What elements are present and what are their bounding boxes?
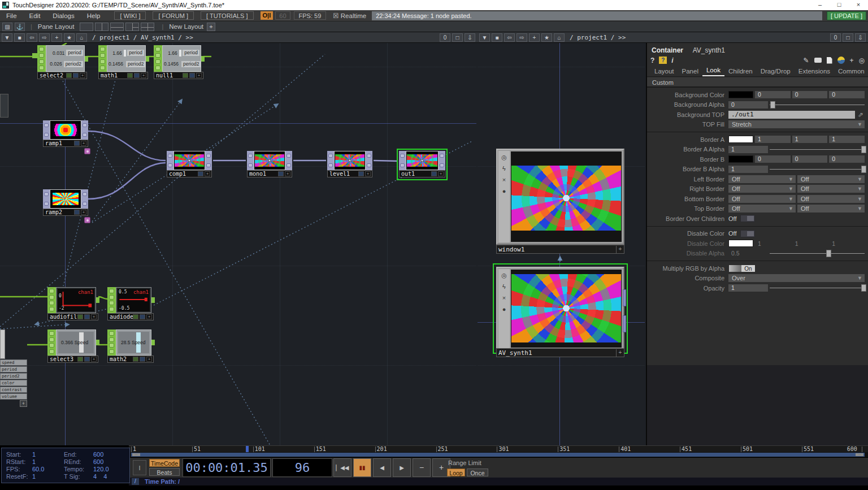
layout-preset-threeway[interactable] <box>125 23 139 31</box>
node-window1[interactable]: ◎ϟ×● <box>496 149 624 245</box>
toggle-switch[interactable] <box>740 230 755 237</box>
top-output-connectors[interactable] <box>81 189 88 209</box>
plus-icon[interactable]: + <box>20 400 27 407</box>
tab-children[interactable]: Children <box>724 68 757 76</box>
edit-icon[interactable]: ✎ <box>803 57 809 64</box>
chop-input-connectors[interactable] <box>107 287 116 313</box>
step-back-button[interactable]: ◀ <box>373 458 391 477</box>
param-dropdown[interactable]: Off▼ <box>797 205 865 213</box>
timeline-ruler[interactable]: 151101151201251301351401451501551600 <box>129 445 868 452</box>
node-flag-dot[interactable] <box>133 314 138 319</box>
color-swatch[interactable] <box>728 240 753 247</box>
tab-look[interactable]: Look <box>702 67 724 76</box>
snapshot-icon[interactable]: ▨ <box>2 23 12 31</box>
node-name-label[interactable]: audiofilter1+ <box>47 313 98 320</box>
node-flag-dot[interactable] <box>77 357 83 362</box>
color-swatch[interactable] <box>728 91 753 98</box>
node-name-label[interactable]: select2+ <box>37 72 87 79</box>
slider-handle[interactable] <box>770 101 775 109</box>
tab-panel[interactable]: Panel <box>678 68 702 76</box>
param-dropdown[interactable]: Off▼ <box>797 195 865 203</box>
param-value-field[interactable]: 1 <box>728 284 768 292</box>
network-editor-pane1[interactable]: 0.031period0.026period2select2+1.66perio… <box>0 43 476 446</box>
top-output-connectors[interactable] <box>81 120 88 140</box>
chop-input-connectors[interactable] <box>47 287 56 313</box>
pane2-nav-icon-2[interactable]: ⇦ <box>504 33 515 42</box>
chop-output-connector[interactable] <box>96 340 99 345</box>
pane2-nav-icon-4[interactable]: + <box>529 33 540 42</box>
node-level1[interactable]: level1+ <box>327 151 372 178</box>
param-value-field[interactable]: 0 <box>728 101 768 109</box>
chop-output-connector[interactable] <box>201 56 205 62</box>
node-add-icon[interactable]: + <box>438 171 444 176</box>
flash-icon[interactable]: ϟ <box>500 164 509 173</box>
node-ramp1[interactable]: ramp1+ <box>43 120 88 148</box>
node-name-label[interactable]: audiodevout1+ <box>107 313 154 320</box>
param-slider[interactable] <box>770 284 865 292</box>
param-slider[interactable] <box>770 101 865 109</box>
node-name-label[interactable]: mono1+ <box>247 170 292 177</box>
menu-dialogs[interactable]: Dialogs <box>46 12 80 19</box>
node-add-icon[interactable]: + <box>205 171 210 176</box>
param-value-field[interactable]: 0 <box>792 155 828 163</box>
node-add-icon[interactable]: + <box>91 357 97 362</box>
pane1-nav-icon-2[interactable]: ⇦ <box>27 33 37 42</box>
top-output-connectors[interactable] <box>205 151 212 170</box>
menu-help[interactable]: Help <box>81 12 107 19</box>
param-dropdown[interactable]: Off▼ <box>797 185 865 193</box>
node-AV_synth1-label[interactable]: AV_synth1 + <box>496 348 624 357</box>
node-audiodevout1[interactable]: 0.5chan1-0.5 audiodevout1+ <box>107 287 154 321</box>
pane1-nav-icon-5[interactable]: ★ <box>64 33 75 42</box>
link-button-0[interactable]: [ WIKI ] <box>114 11 146 20</box>
node-name-label[interactable]: ramp1+ <box>43 140 88 147</box>
flag-badge[interactable] <box>84 217 90 223</box>
node-select2[interactable]: 0.031period0.026period2select2+ <box>37 45 87 80</box>
tab-dragdrop[interactable]: Drag/Drop <box>757 68 795 76</box>
tab-layout[interactable]: Layout <box>650 68 678 76</box>
param-value-field[interactable]: 0 <box>829 91 865 98</box>
python-help-icon[interactable]: ? <box>659 57 667 64</box>
node-name-label[interactable]: null1+ <box>154 72 203 79</box>
close-icon[interactable]: × <box>500 176 509 184</box>
node-flag-dot[interactable] <box>134 73 140 78</box>
node-name-label[interactable]: math2+ <box>107 355 154 363</box>
node-out1[interactable]: out1+ <box>399 151 445 178</box>
realtime-toggle[interactable]: ☒ Realtime <box>333 12 366 20</box>
node-flag-dot[interactable] <box>140 314 145 319</box>
layout-preset-grid[interactable] <box>141 23 154 31</box>
pane1-path[interactable]: / project1 / AV_synth1 / >> <box>92 34 193 41</box>
node-null1[interactable]: 1.66period0.1456period2null1+ <box>154 45 203 80</box>
node-mono1[interactable]: mono1+ <box>247 151 292 178</box>
chop-input-connectors[interactable] <box>107 329 116 355</box>
top-input-connectors[interactable] <box>327 151 334 170</box>
param-dropdown[interactable]: Off▼ <box>797 175 865 183</box>
beats-mode-button[interactable]: Beats <box>149 468 180 476</box>
chop-input-connectors[interactable] <box>37 45 46 72</box>
top-input-connectors[interactable] <box>247 151 254 170</box>
slider-handle[interactable] <box>861 166 866 173</box>
help-icon[interactable]: ? <box>650 57 654 64</box>
node-flag-dot[interactable] <box>358 171 364 176</box>
chop-input-connectors[interactable] <box>98 45 107 72</box>
setting-value[interactable]: 1 <box>32 451 64 458</box>
target-icon[interactable]: ◎ <box>859 57 865 64</box>
link-button-1[interactable]: [ FORUM ] <box>153 11 194 20</box>
node-name-label[interactable]: select3+ <box>47 355 98 363</box>
setting-value[interactable]: 600 <box>93 458 125 466</box>
node-select3[interactable]: 0.366 Speedselect3+ <box>47 329 98 363</box>
top-input-connectors[interactable] <box>43 189 50 209</box>
pane1-nav-icon-4[interactable]: + <box>51 33 62 42</box>
range-grip-left[interactable]: ··· <box>132 453 140 456</box>
pane1-corner-icon-0[interactable]: 0 <box>440 33 450 42</box>
pane2-corner-icon-2[interactable]: ⇩ <box>855 33 866 42</box>
node-add-icon[interactable]: + <box>146 314 152 319</box>
new-layout-add-button[interactable]: + <box>207 23 215 31</box>
chop-output-connector[interactable] <box>145 56 149 62</box>
node-flag-dot[interactable] <box>140 357 145 362</box>
pane1-nav-icon-6[interactable]: ⌂ <box>76 33 87 42</box>
chop-output-connector[interactable] <box>151 297 155 303</box>
node-add-icon[interactable]: + <box>91 314 97 319</box>
top-output-connectors[interactable] <box>439 151 445 170</box>
frame-display[interactable]: 96 <box>272 458 332 477</box>
fps-cap-field[interactable]: 60 <box>275 11 290 20</box>
